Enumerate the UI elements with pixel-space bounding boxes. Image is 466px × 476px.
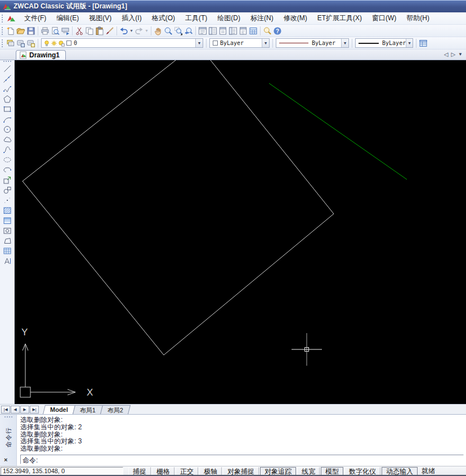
match-properties-icon[interactable] bbox=[105, 26, 115, 36]
menu-item[interactable]: 工具(T) bbox=[180, 12, 212, 24]
print-icon[interactable] bbox=[40, 26, 50, 36]
last-tab-icon[interactable]: ▶| bbox=[30, 406, 39, 414]
designcenter-icon[interactable] bbox=[208, 26, 218, 36]
status-toggle[interactable]: 对象捕捉 bbox=[223, 467, 259, 475]
linetype-combobox[interactable]: ByLayer ▼ bbox=[276, 38, 349, 48]
tab-menu-icon[interactable]: ▼ bbox=[458, 52, 463, 57]
polyline-icon[interactable] bbox=[2, 84, 13, 94]
status-toggle[interactable]: 捕捉 bbox=[128, 467, 151, 475]
find-icon[interactable] bbox=[262, 26, 272, 36]
prev-tab-icon[interactable]: ◀ bbox=[11, 406, 20, 414]
save-icon[interactable] bbox=[26, 26, 36, 36]
lineweight-combobox[interactable]: ByLayer ▼ bbox=[355, 38, 413, 48]
wipeout-icon[interactable] bbox=[2, 236, 13, 246]
insert-block-icon[interactable] bbox=[2, 175, 13, 185]
menu-item[interactable]: 绘图(D) bbox=[212, 12, 245, 24]
tool-palettes-icon[interactable] bbox=[218, 26, 228, 36]
menu-item[interactable]: 标注(N) bbox=[245, 12, 279, 24]
toolbar-grip[interactable] bbox=[2, 39, 3, 47]
drawing-canvas[interactable]: Y X bbox=[15, 60, 466, 404]
menu-item[interactable]: 修改(M) bbox=[279, 12, 312, 24]
quickcalc-icon[interactable] bbox=[248, 26, 258, 36]
menu-item[interactable]: 文件(F) bbox=[19, 12, 51, 24]
toolbar-grip[interactable] bbox=[2, 27, 3, 35]
properties-panel-icon[interactable] bbox=[198, 26, 208, 36]
redo-dropdown-icon[interactable]: ▾ bbox=[144, 28, 149, 33]
status-toggle[interactable]: 极轴 bbox=[199, 467, 222, 475]
next-tab-icon[interactable]: ▶ bbox=[20, 406, 29, 414]
command-history[interactable]: 选取删除对象:选择集当中的对象: 2选取删除对象:选择集当中的对象: 3选取删除… bbox=[20, 416, 464, 455]
layer-previous-icon[interactable] bbox=[16, 38, 26, 48]
draw-toolbar-grip[interactable] bbox=[3, 61, 11, 62]
markup-manager-icon[interactable] bbox=[238, 26, 248, 36]
status-toggle[interactable]: 模型 bbox=[321, 467, 343, 475]
status-toggle[interactable]: 线宽 bbox=[297, 467, 320, 475]
menu-item[interactable]: 帮助(H) bbox=[401, 12, 434, 24]
color-combobox[interactable]: ByLayer ▼ bbox=[209, 38, 270, 48]
document-tab[interactable]: Drawing1 bbox=[16, 50, 66, 60]
command-panel-titlebar[interactable]: 命令行 × bbox=[0, 415, 17, 466]
layout-tab[interactable]: 布局2 bbox=[100, 405, 131, 414]
point-icon[interactable] bbox=[2, 195, 13, 205]
layer-dropdown-arrow-icon[interactable]: ▼ bbox=[195, 39, 203, 47]
redo-icon[interactable] bbox=[134, 26, 144, 36]
layer-combobox[interactable]: 0 ▼ bbox=[41, 38, 203, 48]
square-entity[interactable] bbox=[23, 60, 334, 355]
status-toggle[interactable]: 数字化仪 bbox=[344, 467, 380, 475]
table-icon[interactable] bbox=[2, 246, 13, 256]
make-block-icon[interactable] bbox=[2, 185, 13, 195]
menu-item[interactable]: 编辑(E) bbox=[51, 12, 84, 24]
layout-tab[interactable]: Model bbox=[43, 405, 75, 414]
publish-icon[interactable] bbox=[60, 26, 70, 36]
copy-icon[interactable] bbox=[84, 26, 95, 36]
status-toggle[interactable]: 栅格 bbox=[152, 467, 174, 475]
layer-states-icon[interactable] bbox=[26, 38, 36, 48]
circle-icon[interactable] bbox=[2, 124, 13, 134]
open-icon[interactable] bbox=[16, 26, 26, 36]
sheetset-manager-icon[interactable] bbox=[228, 26, 238, 36]
zoom-previous-icon[interactable] bbox=[183, 26, 194, 36]
status-toggle[interactable]: 动态输入 bbox=[382, 467, 418, 475]
command-input[interactable]: 命令: bbox=[20, 455, 464, 464]
rectangle-icon[interactable] bbox=[2, 104, 13, 114]
paste-icon[interactable] bbox=[95, 26, 105, 36]
multiline-text-icon[interactable] bbox=[2, 256, 13, 266]
ellipse-arc-icon[interactable] bbox=[2, 165, 13, 175]
status-toggle[interactable]: 对象追踪 bbox=[260, 467, 296, 475]
color-dropdown-arrow-icon[interactable]: ▼ bbox=[262, 39, 269, 47]
menu-item[interactable]: ET扩展工具(X) bbox=[312, 12, 367, 24]
first-tab-icon[interactable]: |◀ bbox=[1, 406, 10, 414]
undo-icon[interactable] bbox=[119, 26, 129, 36]
tab-prev-icon[interactable]: ◁ bbox=[444, 51, 449, 57]
new-icon[interactable] bbox=[6, 26, 16, 36]
polygon-icon[interactable] bbox=[2, 94, 13, 104]
menu-item[interactable]: 格式(O) bbox=[147, 12, 180, 24]
menu-item[interactable]: 视图(V) bbox=[84, 12, 116, 24]
gradient-icon[interactable] bbox=[2, 215, 13, 226]
properties-toggle-icon[interactable] bbox=[418, 38, 428, 48]
linetype-dropdown-arrow-icon[interactable]: ▼ bbox=[341, 39, 348, 47]
layer-properties-icon[interactable] bbox=[6, 38, 16, 48]
status-toggle[interactable]: 正交 bbox=[176, 467, 198, 475]
spline-icon[interactable] bbox=[2, 145, 13, 155]
layout-tab[interactable]: 布局1 bbox=[73, 405, 103, 414]
zoom-realtime-icon[interactable] bbox=[163, 26, 173, 36]
command-panel-grip[interactable] bbox=[5, 416, 12, 418]
zoom-window-icon[interactable] bbox=[173, 26, 183, 36]
line-entity[interactable] bbox=[269, 83, 407, 179]
help-icon[interactable]: ? bbox=[272, 26, 283, 36]
print-preview-icon[interactable] bbox=[50, 26, 60, 36]
menu-item[interactable]: 窗口(W) bbox=[367, 12, 401, 24]
menubar-grip[interactable] bbox=[2, 15, 3, 23]
lineweight-dropdown-arrow-icon[interactable]: ▼ bbox=[406, 39, 413, 47]
ellipse-icon[interactable] bbox=[2, 155, 13, 165]
menu-item[interactable]: 插入(I) bbox=[116, 12, 146, 24]
undo-dropdown-icon[interactable]: ▾ bbox=[129, 28, 134, 33]
cut-icon[interactable] bbox=[74, 26, 84, 36]
revision-cloud-icon[interactable] bbox=[2, 134, 13, 145]
pan-icon[interactable] bbox=[153, 26, 163, 36]
tab-next-icon[interactable]: ▷ bbox=[451, 51, 455, 57]
region-icon[interactable] bbox=[2, 226, 13, 236]
arc-icon[interactable] bbox=[2, 114, 13, 124]
hatch-icon[interactable] bbox=[2, 205, 13, 215]
